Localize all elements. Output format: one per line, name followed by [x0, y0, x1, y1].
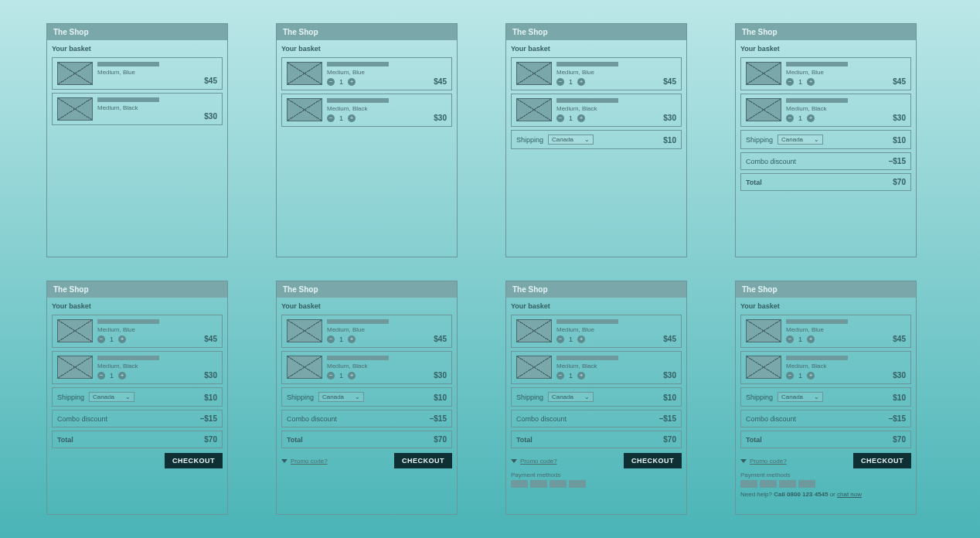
discount-row: Combo discount–$15	[281, 410, 452, 427]
minus-icon[interactable]: −	[786, 114, 794, 122]
product-name-placeholder	[327, 62, 389, 66]
minus-icon[interactable]: −	[556, 372, 564, 380]
plus-icon[interactable]: +	[577, 78, 585, 86]
country-select[interactable]: Canada⌄	[548, 392, 594, 402]
minus-icon[interactable]: −	[556, 335, 564, 343]
minus-icon[interactable]: −	[786, 335, 794, 343]
qty-value: 1	[569, 78, 573, 86]
product-name-placeholder	[556, 319, 618, 324]
minus-icon[interactable]: −	[327, 78, 335, 86]
variant-text: Medium, Blue	[327, 69, 429, 76]
product-name-placeholder	[786, 319, 848, 324]
basket-item: Medium, Blue $45	[52, 57, 223, 90]
plus-icon[interactable]: +	[348, 372, 356, 380]
plus-icon[interactable]: +	[577, 114, 585, 122]
discount-label: Combo discount	[57, 415, 107, 423]
help-text: Need help? Call 0800 123 4545 or chat no…	[740, 491, 911, 498]
basket-item: Medium, Black $30	[52, 93, 223, 125]
image-placeholder-icon	[746, 98, 781, 121]
discount-label: Combo discount	[516, 415, 567, 423]
chevron-down-icon: ⌄	[584, 393, 590, 400]
plus-icon[interactable]: +	[118, 335, 126, 343]
promo-toggle[interactable]: Promo code?	[281, 458, 328, 465]
chat-link[interactable]: chat now	[837, 491, 862, 498]
promo-toggle[interactable]: Promo code?	[740, 458, 787, 465]
checkout-button[interactable]: CHECKOUT	[165, 453, 223, 468]
plus-icon[interactable]: +	[118, 372, 126, 380]
item-price: $30	[434, 371, 447, 380]
shipping-label: Shipping	[746, 393, 773, 401]
shipping-price: $10	[663, 136, 676, 145]
plus-icon[interactable]: +	[807, 114, 815, 122]
shipping-label: Shipping	[57, 393, 84, 401]
minus-icon[interactable]: −	[327, 114, 335, 122]
plus-icon[interactable]: +	[807, 335, 815, 343]
minus-icon[interactable]: −	[786, 78, 794, 86]
variant-text: Medium, Black	[97, 363, 199, 369]
total-price: $70	[893, 435, 906, 444]
qty-value: 1	[110, 335, 114, 343]
minus-icon[interactable]: −	[97, 372, 105, 380]
plus-icon[interactable]: +	[577, 372, 585, 380]
total-label: Total	[746, 179, 762, 186]
variant-text: Medium, Black	[327, 105, 429, 112]
plus-icon[interactable]: +	[807, 372, 815, 380]
country-value: Canada	[781, 393, 803, 400]
payment-label: Payment methods	[740, 472, 911, 478]
total-price: $70	[893, 178, 906, 186]
checkout-button[interactable]: CHECKOUT	[394, 453, 452, 468]
total-label: Total	[746, 436, 762, 444]
minus-icon[interactable]: −	[556, 78, 564, 86]
country-select[interactable]: Canada⌄	[778, 392, 823, 402]
promo-toggle[interactable]: Promo code?	[511, 458, 557, 465]
section-title: Your basket	[52, 302, 223, 310]
checkout-button[interactable]: CHECKOUT	[624, 453, 682, 468]
shipping-label: Shipping	[287, 393, 314, 401]
discount-label: Combo discount	[746, 415, 796, 423]
discount-row: Combo discount–$15	[740, 410, 911, 427]
wireframe-step-7: The Shop Your basket Medium, Blue−1+$45 …	[505, 281, 687, 515]
shipping-row: ShippingCanada⌄$10	[281, 387, 452, 407]
shipping-row: ShippingCanada⌄$10	[52, 387, 223, 407]
plus-icon[interactable]: +	[348, 78, 356, 86]
plus-icon[interactable]: +	[807, 78, 815, 86]
chevron-down-icon: ⌄	[584, 136, 590, 143]
variant-text: Medium, Black	[786, 363, 888, 369]
minus-icon[interactable]: −	[786, 372, 794, 380]
qty-value: 1	[798, 78, 802, 86]
minus-icon[interactable]: −	[97, 335, 105, 343]
qty-value: 1	[569, 372, 573, 380]
country-select[interactable]: Canada ⌄	[548, 134, 594, 145]
item-price: $30	[893, 371, 906, 380]
item-price: $45	[893, 335, 906, 343]
product-name-placeholder	[556, 98, 618, 103]
minus-icon[interactable]: −	[556, 114, 564, 122]
minus-icon[interactable]: −	[327, 372, 335, 380]
wireframe-step-5: The Shop Your basket Medium, Blue−1+$45 …	[46, 281, 228, 515]
country-select[interactable]: Canada⌄	[778, 134, 823, 145]
product-name-placeholder	[327, 356, 389, 360]
help-prefix: Need help?	[740, 491, 774, 498]
basket-item: Medium, Blue−1+$45	[740, 315, 911, 348]
plus-icon[interactable]: +	[348, 335, 356, 343]
image-placeholder-icon	[287, 98, 322, 121]
basket-item: Medium, Blue−1+$45	[511, 315, 682, 348]
image-placeholder-icon	[57, 62, 93, 85]
discount-price: –$15	[430, 414, 447, 423]
item-price: $45	[434, 335, 447, 343]
shop-title: The Shop	[47, 24, 227, 40]
minus-icon[interactable]: −	[327, 335, 335, 343]
checkout-button[interactable]: CHECKOUT	[853, 453, 911, 468]
product-name-placeholder	[97, 62, 159, 66]
product-name-placeholder	[327, 319, 389, 324]
plus-icon[interactable]: +	[577, 335, 585, 343]
plus-icon[interactable]: +	[348, 114, 356, 122]
discount-price: –$15	[659, 414, 676, 423]
variant-text: Medium, Blue	[556, 69, 658, 76]
qty-value: 1	[339, 335, 343, 343]
shop-title: The Shop	[506, 281, 686, 298]
image-placeholder-icon	[516, 356, 552, 379]
country-select[interactable]: Canada⌄	[318, 392, 364, 402]
shipping-price: $10	[893, 136, 906, 145]
country-select[interactable]: Canada⌄	[89, 392, 134, 402]
